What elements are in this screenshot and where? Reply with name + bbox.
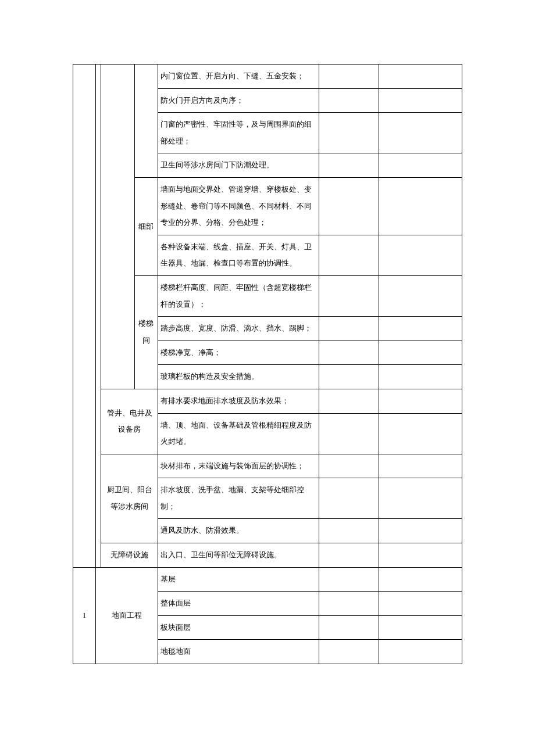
cell-check1 <box>319 113 379 153</box>
cell-cat-dimian: 地面工程 <box>95 567 158 664</box>
cell-check1 <box>319 543 379 568</box>
table-row: 管井、电井及设备房 有排水要求地面排水坡度及防水效果； <box>73 389 462 413</box>
cell-check1 <box>319 177 379 235</box>
cell-cat-wuzhangai: 无障碍设施 <box>101 543 158 568</box>
cell-check2 <box>379 177 462 235</box>
cell-check2 <box>379 275 462 316</box>
cell-cat3-doors <box>134 65 158 178</box>
cell-content: 内门窗位置、开启方向、下缝、五金安装； <box>158 65 319 89</box>
cell-content: 整体面层 <box>158 592 319 616</box>
cell-check1 <box>319 567 379 592</box>
cell-check1 <box>319 341 379 365</box>
cell-check2 <box>379 413 462 454</box>
cell-check1 <box>319 389 379 413</box>
cell-num-1: 1 <box>73 567 96 664</box>
cell-content: 墙面与地面交界处、管道穿墙、穿楼板处、变形缝处、卷帘门等不同颜色、不同材料、不同… <box>158 177 319 235</box>
cell-content: 踏步高度、宽度、防滑、滴水、挡水、踢脚； <box>158 317 319 341</box>
cell-check2 <box>379 153 462 178</box>
cell-check1 <box>319 413 379 454</box>
cell-check2 <box>379 478 462 519</box>
cell-check1 <box>319 592 379 616</box>
cell-check1 <box>319 454 379 478</box>
cell-cat-chuwei: 厨卫间、阳台等涉水房间 <box>101 454 158 543</box>
table-row: 厨卫间、阳台等涉水房间 块材排布，末端设施与装饰面层的协调性； <box>73 454 462 478</box>
cell-check2 <box>379 65 462 89</box>
cell-content: 地毯地面 <box>158 640 319 664</box>
cell-cat-guanjing: 管井、电井及设备房 <box>101 389 158 454</box>
cell-content: 块材排布，末端设施与装饰面层的协调性； <box>158 454 319 478</box>
cell-check2 <box>379 615 462 640</box>
cell-content: 门窗的严密性、牢固性等，及与周围界面的细部处理； <box>158 113 319 153</box>
cell-content: 防火门开启方向及向序； <box>158 88 319 113</box>
cell-content: 出入口、卫生间等部位无障碍设施。 <box>158 543 319 568</box>
cell-check2 <box>379 543 462 568</box>
cell-check2 <box>379 365 462 389</box>
cell-check1 <box>319 519 379 543</box>
document-page: 内门窗位置、开启方向、下缝、五金安装； 防火门开启方向及向序； 门窗的严密性、牢… <box>0 0 535 756</box>
cell-check1 <box>319 365 379 389</box>
cell-content: 排水坡度、洗手盆、地漏、支架等处细部控制； <box>158 478 319 519</box>
cell-check2 <box>379 640 462 664</box>
table-row: 1 地面工程 基层 <box>73 567 462 592</box>
cell-check2 <box>379 88 462 113</box>
table-row: 内门窗位置、开启方向、下缝、五金安装； <box>73 65 462 89</box>
cell-content: 基层 <box>158 567 319 592</box>
inspection-table: 内门窗位置、开启方向、下缝、五金安装； 防火门开启方向及向序； 门窗的严密性、牢… <box>73 64 462 664</box>
cell-cat2-blank <box>101 65 134 389</box>
cell-check2 <box>379 389 462 413</box>
cell-cat3-xibu: 细部 <box>134 177 158 275</box>
cell-check2 <box>379 317 462 341</box>
cell-num-blank <box>73 65 96 568</box>
cell-check2 <box>379 235 462 275</box>
cell-check2 <box>379 113 462 153</box>
cell-content: 楼梯净宽、净高； <box>158 341 319 365</box>
cell-check1 <box>319 88 379 113</box>
cell-content: 墙、顶、地面、设备基础及管根精细程度及防火封堵。 <box>158 413 319 454</box>
cell-check2 <box>379 567 462 592</box>
cell-check1 <box>319 153 379 178</box>
cell-check2 <box>379 454 462 478</box>
cell-content: 有排水要求地面排水坡度及防水效果； <box>158 389 319 413</box>
table-row: 无障碍设施 出入口、卫生间等部位无障碍设施。 <box>73 543 462 568</box>
cell-check1 <box>319 235 379 275</box>
cell-check1 <box>319 615 379 640</box>
cell-content: 板块面层 <box>158 615 319 640</box>
cell-check1 <box>319 640 379 664</box>
cell-check2 <box>379 592 462 616</box>
cell-check1 <box>319 275 379 316</box>
cell-check2 <box>379 519 462 543</box>
cell-check1 <box>319 65 379 89</box>
cell-content: 通风及防水、防滑效果。 <box>158 519 319 543</box>
cell-content: 楼梯栏杆高度、间距、牢固性（含超宽楼梯栏杆的设置）； <box>158 275 319 316</box>
cell-cat3-loutijian: 楼梯间 <box>134 275 158 389</box>
cell-cat1-blank <box>95 65 101 568</box>
cell-check1 <box>319 478 379 519</box>
cell-content: 玻璃栏板的构造及安全措施。 <box>158 365 319 389</box>
cell-check1 <box>319 317 379 341</box>
cell-content: 各种设备末端、线盒、插座、开关、灯具、卫生器具、地漏、检查口等布置的协调性。 <box>158 235 319 275</box>
cell-content: 卫生间等涉水房间门下防潮处理。 <box>158 153 319 178</box>
cell-check2 <box>379 341 462 365</box>
